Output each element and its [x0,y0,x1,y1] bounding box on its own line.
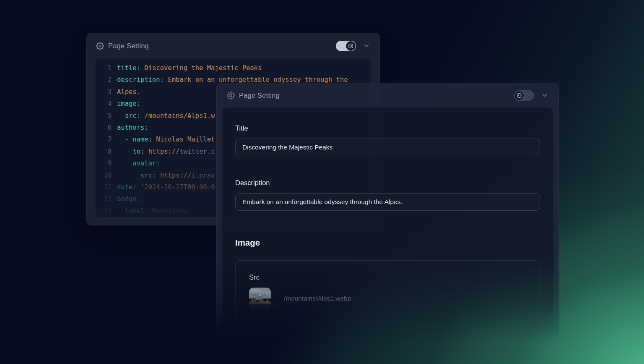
code-view-toggle[interactable] [336,41,356,51]
header-actions [514,90,548,101]
mountain-photo-icon [249,288,271,309]
page-setting-form: Title Description Image Src [222,107,553,339]
description-field-label: Description [235,179,540,187]
code-badge-icon [517,93,522,98]
image-settings-card: Src [235,260,540,325]
chevron-down-icon[interactable] [363,42,370,50]
panel-header: Page Setting [87,33,379,58]
chevron-down-icon[interactable] [541,92,548,99]
image-thumbnail [249,288,271,309]
src-field-label: Src [249,273,526,281]
header-actions [336,41,370,51]
description-input[interactable] [235,193,540,211]
image-section-heading: Image [235,238,540,248]
image-src-input[interactable] [277,289,526,308]
code-line: 1title: Discovering the Majestic Peaks [101,62,365,74]
gear-icon [96,42,104,50]
src-row [249,288,526,309]
gear-icon [227,92,235,100]
code-view-toggle[interactable] [514,90,534,101]
toggle-knob [514,91,524,100]
toggle-knob [346,41,356,51]
title-input[interactable] [235,139,540,156]
panel-title: Page Setting [108,42,149,50]
panel-title: Page Setting [239,92,280,100]
page-setting-form-panel: Page Setting Title Description Image Src [216,83,559,344]
code-badge-icon [348,43,353,49]
panel-header: Page Setting [217,83,558,107]
title-field-label: Title [235,124,540,132]
